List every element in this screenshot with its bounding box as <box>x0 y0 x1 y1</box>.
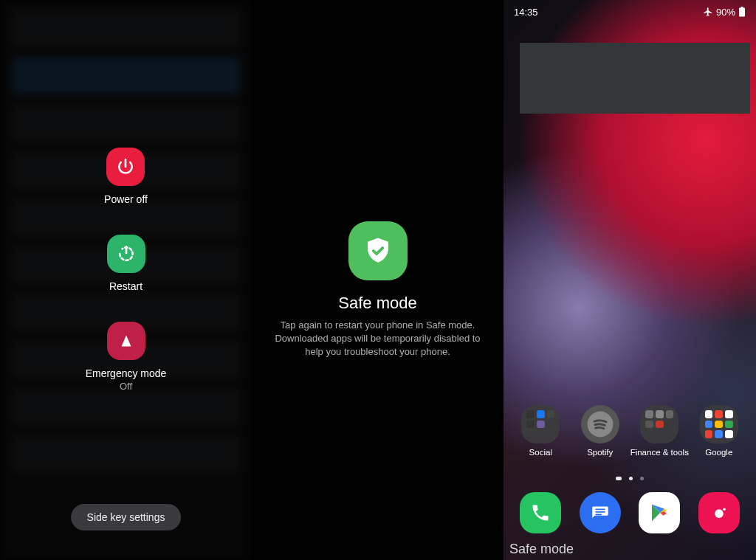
page-indicators <box>504 477 756 480</box>
folder-finance[interactable]: Finance & tools <box>631 405 687 457</box>
dock-messages-app[interactable] <box>580 492 621 533</box>
svg-point-3 <box>715 509 724 518</box>
restart-label: Restart <box>109 280 142 292</box>
page-dot[interactable] <box>640 477 644 480</box>
power-icon <box>106 148 145 186</box>
status-bar: 14:35 90% <box>504 0 756 19</box>
status-time: 14:35 <box>514 7 538 18</box>
emergency-state: Off <box>120 381 132 392</box>
safe-mode-badge: Safe mode <box>509 542 574 557</box>
folder-icon <box>640 405 678 443</box>
page-dot[interactable] <box>629 477 633 480</box>
safe-mode-title: Safe mode <box>338 294 416 313</box>
phone-icon <box>530 502 551 523</box>
emergency-mode-button[interactable]: Emergency mode Off <box>86 322 167 392</box>
folder-label: Google <box>705 448 732 457</box>
emergency-label: Emergency mode <box>86 367 167 379</box>
folder-icon <box>700 405 738 443</box>
airplane-mode-icon <box>703 7 713 17</box>
app-spotify[interactable]: Spotify <box>572 405 628 457</box>
safe-mode-confirm-panel: Safe mode Tap again to restart your phon… <box>252 0 504 560</box>
folder-icon <box>521 405 560 443</box>
spotify-icon <box>581 405 619 443</box>
safe-mode-confirm-button[interactable] <box>348 221 408 280</box>
folder-label: Social <box>529 448 552 457</box>
emergency-icon <box>107 322 145 360</box>
dock-camera-app[interactable] <box>698 492 740 533</box>
side-key-settings-button[interactable]: Side key settings <box>71 504 182 530</box>
dock-play-store-app[interactable] <box>639 492 680 533</box>
dock-phone-app[interactable] <box>520 492 561 533</box>
svg-rect-0 <box>739 8 745 17</box>
camera-icon <box>709 502 729 523</box>
dock <box>504 492 756 533</box>
power-off-label: Power off <box>104 193 148 205</box>
safe-mode-description: Tap again to restart your phone in Safe … <box>274 319 481 359</box>
messages-icon <box>590 502 611 523</box>
folder-label: Finance & tools <box>630 448 689 457</box>
power-menu-panel: Power off Restart Emergency mode Off Sid… <box>0 0 252 560</box>
svg-point-4 <box>723 508 726 511</box>
folder-social[interactable]: Social <box>512 405 568 457</box>
play-store-icon <box>648 502 670 524</box>
app-label: Spotify <box>587 448 613 457</box>
shield-check-icon <box>362 235 394 266</box>
folder-google[interactable]: Google <box>691 405 747 457</box>
home-screen-panel: 14:35 90% Social Spotify <box>504 0 756 560</box>
restart-icon <box>107 235 145 273</box>
home-page-dot[interactable] <box>616 477 622 480</box>
power-off-button[interactable]: Power off <box>104 148 148 205</box>
battery-icon <box>738 7 746 17</box>
app-row: Social Spotify Finance & tools Google <box>504 405 756 457</box>
widget-placeholder[interactable] <box>520 43 750 114</box>
svg-rect-1 <box>741 7 743 8</box>
restart-button[interactable]: Restart <box>107 235 145 292</box>
battery-percent: 90% <box>716 7 735 18</box>
